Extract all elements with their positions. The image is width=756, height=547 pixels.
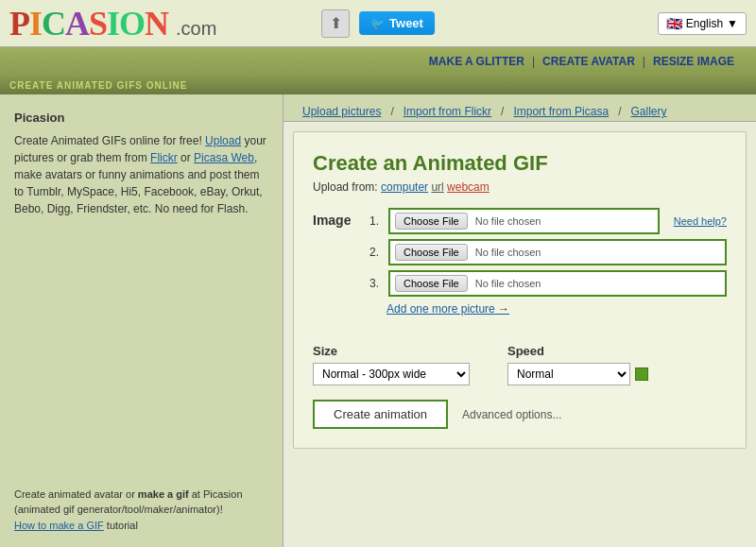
choose-file-btn-3[interactable]: Choose File xyxy=(395,275,468,292)
tab-sep-2: / xyxy=(501,105,504,118)
speed-group: Speed Normal Slow Fast Very Fast Very Sl… xyxy=(507,344,648,385)
tweet-button[interactable]: Tweet xyxy=(359,11,435,35)
file-row-2: 2. Choose File No file chosen xyxy=(369,239,727,265)
main-layout: Picasion Create Animated GIFs online for… xyxy=(0,94,756,547)
language-label: English xyxy=(686,17,723,30)
file-inputs-container: 1. Choose File No file chosen Need help?… xyxy=(369,208,727,330)
nav-make-glitter[interactable]: MAKE A GLITTER xyxy=(421,55,532,68)
upload-icon: ⬆ xyxy=(321,9,350,38)
speed-row: Normal Slow Fast Very Fast Very Slow xyxy=(507,363,648,385)
tab-upload-pictures[interactable]: Upload pictures xyxy=(298,102,386,121)
flickr-link[interactable]: Flickr xyxy=(150,151,178,164)
tab-sep-3: / xyxy=(618,105,621,118)
logo: PICASION .com xyxy=(9,4,216,43)
add-more-text: Add one more picture xyxy=(387,302,495,316)
speed-select[interactable]: Normal Slow Fast Very Fast Very Slow xyxy=(507,363,630,385)
make-gif-bold: make a gif xyxy=(138,488,189,500)
upload-webcam-link[interactable]: webcam xyxy=(447,180,490,194)
page-title: Create an Animated GIF xyxy=(313,151,727,176)
sidebar-top: Picasion Create Animated GIFs online for… xyxy=(14,109,268,217)
file-name-3: No file chosen xyxy=(475,278,541,289)
add-more-link[interactable]: Add one more picture → xyxy=(387,302,509,316)
language-selector[interactable]: 🇬🇧 English ▼ xyxy=(658,12,747,35)
file-input-wrapper-2: Choose File No file chosen xyxy=(388,239,727,265)
nav-resize-image[interactable]: RESIZE IMAGE xyxy=(645,55,742,68)
file-row-1: 1. Choose File No file chosen Need help? xyxy=(369,208,727,234)
content-tabs: Upload pictures / Import from Flickr / I… xyxy=(284,94,756,122)
header-center: ⬆ Tweet xyxy=(321,9,435,38)
choose-file-btn-2[interactable]: Choose File xyxy=(395,244,468,261)
file-name-1: No file chosen xyxy=(475,215,541,227)
chevron-down-icon: ▼ xyxy=(727,17,738,30)
sidebar: Picasion Create Animated GIFs online for… xyxy=(0,94,284,547)
create-animation-button[interactable]: Create animation xyxy=(313,400,448,429)
tab-gallery[interactable]: Gallery xyxy=(626,102,671,121)
choose-file-btn-1[interactable]: Choose File xyxy=(395,213,468,230)
flag-icon: 🇬🇧 xyxy=(666,16,682,31)
file-row-3: 3. Choose File No file chosen xyxy=(369,270,727,297)
file-name-2: No file chosen xyxy=(475,247,541,258)
sidebar-description: Create Animated GIFs online for free! Up… xyxy=(14,132,268,217)
upload-url-link[interactable]: url xyxy=(431,180,443,194)
upload-link[interactable]: Upload xyxy=(205,134,241,147)
actions-row: Create animation Advanced options... xyxy=(313,400,727,429)
upload-from-row: Upload from: computer url webcam xyxy=(313,180,727,194)
green-indicator xyxy=(635,368,648,381)
how-to-gif-link[interactable]: How to make a GIF xyxy=(14,520,104,531)
sidebar-bottom: Create animated avatar or make a gif at … xyxy=(14,487,268,534)
tagline-bar: CREATE ANIMATED GIFS ONLINE xyxy=(0,76,756,94)
picasa-link[interactable]: Picasa Web xyxy=(194,151,254,164)
upload-computer-link[interactable]: computer xyxy=(381,180,428,194)
options-row: Size Normal - 300px wide Small - 200px w… xyxy=(313,344,727,385)
tagline-text: CREATE ANIMATED GIFS ONLINE xyxy=(9,80,187,91)
file-num-2: 2. xyxy=(369,246,384,259)
content-body: Create an Animated GIF Upload from: comp… xyxy=(293,131,747,449)
file-input-wrapper-3: Choose File No file chosen xyxy=(388,270,727,297)
size-label: Size xyxy=(313,344,470,358)
file-num-3: 3. xyxy=(369,277,384,290)
tab-import-picasa[interactable]: Import from Picasa xyxy=(508,102,613,121)
nav-create-avatar[interactable]: CREATE AVATAR xyxy=(535,55,643,68)
need-help-link[interactable]: Need help? xyxy=(664,215,727,227)
arrow-icon: → xyxy=(498,302,509,316)
header-right: 🇬🇧 English ▼ xyxy=(658,12,747,35)
size-select[interactable]: Normal - 300px wide Small - 200px wide L… xyxy=(313,363,470,385)
add-more-row: Add one more picture → xyxy=(387,301,727,330)
file-input-wrapper-1: Choose File No file chosen xyxy=(388,208,660,234)
advanced-options-link[interactable]: Advanced options... xyxy=(462,408,561,421)
logo-dotcom: .com xyxy=(176,18,216,39)
content-area: Upload pictures / Import from Flickr / I… xyxy=(284,94,756,547)
tab-sep-1: / xyxy=(390,105,393,118)
upload-from-label: Upload from: xyxy=(313,180,378,194)
navbar: MAKE A GLITTER | CREATE AVATAR | RESIZE … xyxy=(0,47,756,76)
tab-import-flickr[interactable]: Import from Flickr xyxy=(399,102,496,121)
image-section: Image 1. Choose File No file chosen Need… xyxy=(313,208,727,330)
sidebar-title: Picasion xyxy=(14,109,268,128)
speed-label: Speed xyxy=(507,344,648,358)
header: PICASION .com ⬆ Tweet 🇬🇧 English ▼ xyxy=(0,0,756,47)
file-num-1: 1. xyxy=(369,214,384,228)
image-label: Image xyxy=(313,208,369,330)
size-group: Size Normal - 300px wide Small - 200px w… xyxy=(313,344,470,385)
